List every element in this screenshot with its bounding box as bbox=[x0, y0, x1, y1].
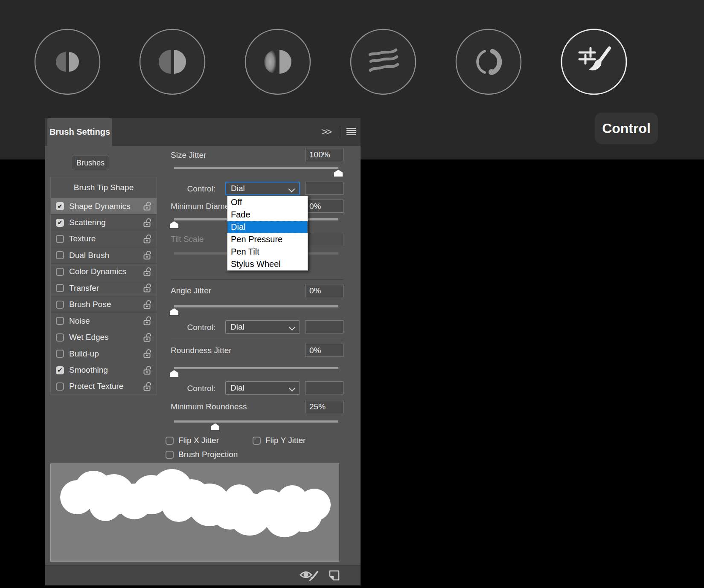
size-jitter-slider-thumb[interactable] bbox=[334, 170, 343, 177]
angle-jitter-input[interactable]: 0% bbox=[305, 284, 343, 297]
dial-option-split-circle-large[interactable] bbox=[139, 28, 206, 96]
unlock-icon[interactable] bbox=[143, 267, 152, 277]
checkbox[interactable]: ✔ bbox=[56, 202, 64, 210]
list-item-label: Shape Dynamics bbox=[69, 202, 143, 211]
flip-y-jitter-checkbox[interactable] bbox=[253, 437, 261, 445]
unlock-icon[interactable] bbox=[143, 201, 152, 211]
dial-option-dual-crescent[interactable] bbox=[455, 28, 522, 96]
unlock-icon[interactable] bbox=[143, 218, 152, 228]
unlock-icon[interactable] bbox=[143, 382, 152, 391]
tab-brush-settings[interactable]: Brush Settings bbox=[47, 118, 112, 146]
checkbox[interactable] bbox=[56, 382, 64, 391]
panel-menu-icon[interactable] bbox=[346, 128, 356, 136]
minimum-roundness-slider[interactable] bbox=[174, 420, 338, 423]
list-item-brush-pose[interactable]: Brush Pose bbox=[51, 296, 157, 313]
size-jitter-input[interactable]: 100% bbox=[305, 148, 343, 161]
unlock-icon[interactable] bbox=[143, 333, 152, 342]
flip-x-jitter-checkbox[interactable] bbox=[166, 437, 174, 445]
collapse-panel-icon[interactable]: >> bbox=[321, 126, 331, 138]
list-item-scattering[interactable]: ✔Scattering bbox=[51, 214, 157, 231]
list-item-wet-edges[interactable]: Wet Edges bbox=[51, 329, 157, 345]
dropdown-option-fade[interactable]: Fade bbox=[227, 209, 308, 221]
flip-y-jitter-option[interactable]: Flip Y Jitter bbox=[253, 436, 305, 445]
split-circle-soft-icon bbox=[244, 28, 311, 96]
checkbox[interactable] bbox=[56, 301, 64, 309]
dial-option-brush-settings-active[interactable] bbox=[560, 28, 628, 96]
checkbox[interactable] bbox=[56, 333, 64, 342]
texture-waves-icon bbox=[349, 28, 417, 96]
checkbox[interactable] bbox=[56, 350, 64, 358]
checkbox[interactable] bbox=[56, 251, 64, 259]
new-brush-icon[interactable] bbox=[328, 569, 340, 582]
dropdown-option-dial[interactable]: Dial bbox=[227, 221, 308, 233]
header-divider bbox=[341, 127, 341, 138]
list-item-protect-texture[interactable]: Protect Texture bbox=[51, 378, 157, 394]
control1-select[interactable]: Dial bbox=[225, 182, 300, 195]
dropdown-option-pen-pressure[interactable]: Pen Pressure bbox=[227, 233, 308, 246]
checkbox[interactable]: ✔ bbox=[56, 219, 64, 227]
photoshop-workspace: Control Brush Settings >> Brushes Brush … bbox=[0, 0, 704, 588]
checkbox[interactable] bbox=[56, 284, 64, 292]
tab-brush-settings-label: Brush Settings bbox=[49, 127, 110, 137]
chevron-down-icon bbox=[288, 186, 295, 193]
roundness-jitter-slider-thumb[interactable] bbox=[170, 370, 178, 377]
brush-settings-panel: Brush Settings >> Brushes Brush Tip Shap… bbox=[45, 118, 361, 585]
checkbox[interactable]: ✔ bbox=[56, 366, 64, 374]
size-jitter-label: Size Jitter bbox=[171, 151, 206, 160]
dial-option-split-circle-small[interactable] bbox=[34, 28, 101, 96]
size-jitter-slider[interactable] bbox=[174, 167, 338, 169]
brushes-button[interactable]: Brushes bbox=[72, 156, 109, 170]
list-item-brush-tip-shape[interactable]: Brush Tip Shape bbox=[51, 177, 157, 198]
unlock-icon[interactable] bbox=[143, 316, 152, 326]
list-item-transfer[interactable]: Transfer bbox=[51, 280, 157, 296]
minimum-diameter-slider-thumb[interactable] bbox=[170, 221, 178, 228]
roundness-jitter-input[interactable]: 0% bbox=[305, 344, 343, 357]
list-item-texture[interactable]: Texture bbox=[51, 231, 157, 247]
angle-jitter-slider-thumb[interactable] bbox=[170, 308, 178, 315]
dial-control-tooltip: Control bbox=[595, 113, 658, 144]
dynamics-rows: ✔Shape Dynamics✔ScatteringTextureDual Br… bbox=[51, 198, 157, 395]
dropdown-option-pen-tilt[interactable]: Pen Tilt bbox=[227, 246, 308, 258]
brush-projection-checkbox[interactable] bbox=[166, 451, 174, 459]
angle-jitter-slider[interactable] bbox=[174, 305, 338, 307]
unlock-icon[interactable] bbox=[143, 365, 152, 375]
checkbox[interactable] bbox=[56, 268, 64, 276]
list-item-build-up[interactable]: Build-up bbox=[51, 346, 157, 362]
list-item-smoothing[interactable]: ✔Smoothing bbox=[51, 362, 157, 378]
control1-select-value: Dial bbox=[231, 184, 245, 193]
list-item-noise[interactable]: Noise bbox=[51, 313, 157, 329]
dropdown-option-stylus-wheel[interactable]: Stylus Wheel bbox=[227, 258, 308, 270]
brush-projection-option[interactable]: Brush Projection bbox=[166, 450, 238, 459]
panel-footer-bar bbox=[45, 565, 361, 585]
control2-steps-input[interactable] bbox=[305, 320, 343, 333]
list-item-color-dynamics[interactable]: Color Dynamics bbox=[51, 264, 157, 280]
checkbox[interactable] bbox=[56, 235, 64, 243]
unlock-icon[interactable] bbox=[143, 234, 152, 244]
dial-option-split-circle-soft[interactable] bbox=[244, 28, 311, 96]
brush-preview-toggle-icon[interactable] bbox=[299, 569, 319, 582]
list-item-label: Dual Brush bbox=[69, 251, 143, 260]
control3-select[interactable]: Dial bbox=[225, 381, 300, 395]
dial-option-texture-waves[interactable] bbox=[349, 28, 417, 96]
control2-select[interactable]: Dial bbox=[225, 320, 300, 334]
brush-dynamics-list: Brush Tip Shape ✔Shape Dynamics✔Scatteri… bbox=[50, 177, 157, 394]
minimum-roundness-input[interactable]: 25% bbox=[305, 400, 343, 413]
list-item-dual-brush[interactable]: Dual Brush bbox=[51, 247, 157, 264]
list-item-shape-dynamics[interactable]: ✔Shape Dynamics bbox=[51, 198, 157, 214]
control3-steps-input[interactable] bbox=[305, 381, 343, 394]
flip-x-jitter-option[interactable]: Flip X Jitter bbox=[166, 436, 219, 445]
dial-control-tooltip-label: Control bbox=[602, 121, 651, 136]
unlock-icon[interactable] bbox=[143, 349, 152, 359]
section-divider bbox=[171, 279, 343, 280]
unlock-icon[interactable] bbox=[143, 283, 152, 293]
angle-jitter-label: Angle Jitter bbox=[171, 286, 211, 295]
brush-stroke-preview bbox=[50, 463, 339, 562]
checkbox[interactable] bbox=[56, 317, 64, 325]
control1-steps-input[interactable] bbox=[305, 182, 343, 195]
unlock-icon[interactable] bbox=[143, 250, 152, 260]
unlock-icon[interactable] bbox=[143, 300, 152, 310]
minimum-roundness-slider-thumb[interactable] bbox=[211, 423, 219, 430]
dropdown-option-off[interactable]: Off bbox=[227, 196, 308, 209]
roundness-jitter-slider[interactable] bbox=[174, 367, 338, 369]
minimum-diameter-input[interactable]: 0% bbox=[305, 200, 343, 213]
